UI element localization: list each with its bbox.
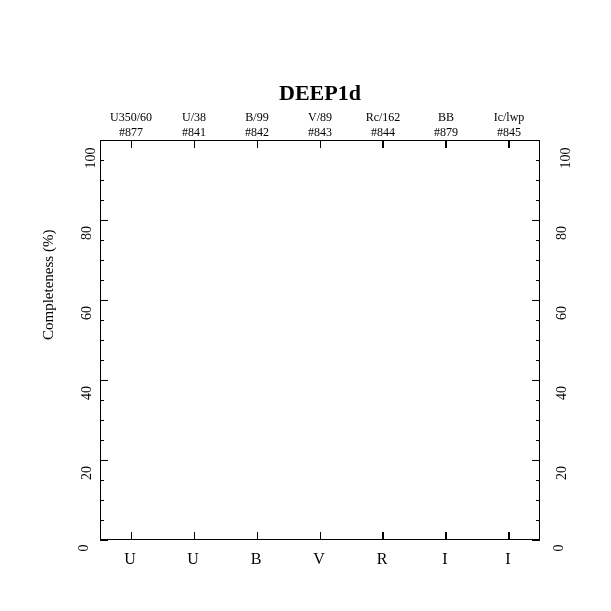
tick-mark — [100, 320, 104, 321]
tick-mark — [536, 400, 540, 401]
tick-mark — [100, 480, 104, 481]
top-label: V/89 — [289, 110, 351, 125]
ytick-left: 20 — [79, 466, 95, 480]
tick-mark — [100, 440, 104, 441]
xtick: I — [493, 550, 523, 568]
tick-mark — [445, 140, 447, 148]
xtick: U — [178, 550, 208, 568]
tick-mark — [100, 500, 104, 501]
tick-mark — [532, 380, 540, 382]
ytick-right: 80 — [554, 226, 570, 240]
tick-mark — [532, 460, 540, 462]
top-label: B/99 — [226, 110, 288, 125]
tick-mark — [320, 532, 322, 540]
top-label: #842 — [226, 125, 288, 140]
tick-mark — [194, 532, 196, 540]
tick-mark — [320, 140, 322, 148]
tick-mark — [382, 140, 384, 148]
tick-mark — [100, 340, 104, 341]
tick-mark — [536, 320, 540, 321]
tick-mark — [100, 160, 104, 161]
tick-mark — [508, 532, 510, 540]
tick-mark — [100, 520, 104, 521]
plot-border — [100, 140, 540, 540]
tick-mark — [536, 520, 540, 521]
tick-mark — [100, 380, 108, 382]
tick-mark — [257, 532, 259, 540]
tick-mark — [100, 220, 108, 222]
ytick-left: 40 — [79, 386, 95, 400]
ytick-right: 100 — [558, 148, 574, 169]
tick-mark — [536, 440, 540, 441]
tick-mark — [536, 420, 540, 421]
tick-mark — [445, 532, 447, 540]
top-label: #843 — [289, 125, 351, 140]
tick-mark — [536, 240, 540, 241]
ytick-left: 60 — [79, 306, 95, 320]
xtick: B — [241, 550, 271, 568]
xtick: U — [115, 550, 145, 568]
top-label: #879 — [415, 125, 477, 140]
xtick: V — [304, 550, 334, 568]
tick-mark — [100, 140, 108, 142]
tick-mark — [100, 200, 104, 201]
tick-mark — [257, 140, 259, 148]
tick-mark — [100, 540, 108, 542]
top-label: Ic/lwp — [478, 110, 540, 125]
tick-mark — [100, 280, 104, 281]
chart-area — [100, 140, 540, 540]
tick-mark — [100, 300, 108, 302]
xtick: I — [430, 550, 460, 568]
tick-mark — [536, 180, 540, 181]
tick-mark — [536, 480, 540, 481]
tick-mark — [100, 240, 104, 241]
tick-mark — [194, 140, 196, 148]
tick-mark — [532, 220, 540, 222]
top-label: U350/60 — [100, 110, 162, 125]
tick-mark — [536, 340, 540, 341]
ytick-right: 40 — [554, 386, 570, 400]
ytick-left: 100 — [83, 148, 99, 169]
ytick-left: 80 — [79, 226, 95, 240]
tick-mark — [532, 140, 540, 142]
tick-mark — [100, 400, 104, 401]
tick-mark — [536, 360, 540, 361]
tick-mark — [100, 260, 104, 261]
top-label: #841 — [163, 125, 225, 140]
top-label: U/38 — [163, 110, 225, 125]
ytick-left: 0 — [76, 545, 92, 552]
chart-title: DEEP1d — [100, 80, 540, 106]
tick-mark — [100, 460, 108, 462]
tick-mark — [536, 200, 540, 201]
top-label: #844 — [352, 125, 414, 140]
tick-mark — [536, 160, 540, 161]
y-axis-label: Completeness (%) — [40, 230, 57, 340]
tick-mark — [532, 540, 540, 542]
tick-mark — [536, 280, 540, 281]
tick-mark — [536, 260, 540, 261]
ytick-right: 60 — [554, 306, 570, 320]
tick-mark — [100, 420, 104, 421]
tick-mark — [382, 532, 384, 540]
tick-mark — [532, 300, 540, 302]
tick-mark — [131, 140, 133, 148]
top-label: Rc/162 — [352, 110, 414, 125]
tick-mark — [100, 180, 104, 181]
tick-mark — [131, 532, 133, 540]
top-label: #877 — [100, 125, 162, 140]
xtick: R — [367, 550, 397, 568]
tick-mark — [508, 140, 510, 148]
tick-mark — [536, 500, 540, 501]
top-label: BB — [415, 110, 477, 125]
ytick-right: 20 — [554, 466, 570, 480]
top-label: #845 — [478, 125, 540, 140]
ytick-right: 0 — [551, 545, 567, 552]
tick-mark — [100, 360, 104, 361]
